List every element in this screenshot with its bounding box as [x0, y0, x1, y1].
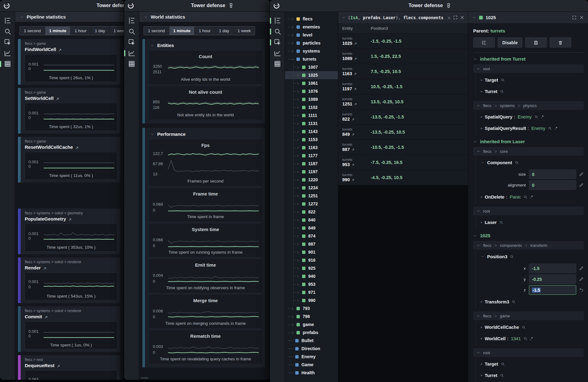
tree-item-1234[interactable]: 1234	[285, 184, 338, 192]
chevron-right-icon[interactable]	[296, 298, 300, 302]
chevron-right-icon[interactable]	[291, 17, 294, 21]
chevron-right-icon[interactable]	[296, 138, 300, 141]
external-link-icon[interactable]	[351, 178, 355, 181]
external-link-icon[interactable]	[354, 57, 357, 60]
entity-id-link[interactable]: 822	[342, 117, 371, 122]
chevron-right-icon[interactable]	[296, 226, 300, 230]
chevron-right-icon[interactable]	[296, 218, 300, 222]
component-group-path[interactable]: root	[473, 348, 584, 357]
sidebar-chart-icon[interactable]	[274, 49, 281, 57]
chevron-down-icon[interactable]	[473, 139, 477, 144]
tree-item-enemies[interactable]: enemies	[285, 23, 338, 31]
clear-query-icon[interactable]	[447, 16, 451, 19]
query-expression[interactable]: (IsA, prefabs.Laser), flecs.components	[348, 15, 445, 20]
sidebar-tree-icon[interactable]	[128, 17, 136, 24]
time-tab-1-hour[interactable]: 1 hour	[195, 27, 215, 35]
chevron-right-icon[interactable]	[296, 242, 300, 246]
tree-item-1025[interactable]: 1025	[285, 71, 338, 79]
chevron-right-icon[interactable]	[296, 146, 300, 149]
disable-button[interactable]: Disable	[498, 37, 522, 48]
search-icon[interactable]	[523, 337, 528, 341]
sidebar-search-icon[interactable]	[4, 28, 11, 35]
chevron-right-icon[interactable]	[291, 307, 294, 310]
external-link-icon[interactable]	[56, 97, 59, 100]
horizontal-scrollbar[interactable]	[141, 377, 149, 379]
chevron-right-icon[interactable]	[296, 282, 300, 286]
chevron-right-icon[interactable]	[296, 250, 300, 254]
delete-button[interactable]	[550, 37, 571, 48]
entity-id-link[interactable]: 1163	[342, 71, 371, 76]
tree-item-1131[interactable]: 1131	[285, 119, 338, 127]
chevron-right-icon[interactable]	[296, 266, 300, 270]
field-input-x[interactable]: -1.5	[529, 264, 576, 273]
entity-id-link[interactable]: 887	[342, 147, 371, 152]
field-input-alignment[interactable]: 0	[529, 180, 576, 190]
tree-item-1076[interactable]: 1076	[285, 87, 338, 95]
chevron-right-icon[interactable]	[296, 114, 300, 117]
edit-pencil-icon[interactable]	[579, 183, 584, 187]
tree-item-Game[interactable]: Game	[285, 361, 338, 369]
parent-link[interactable]: turrets	[491, 28, 505, 33]
tree-item-game[interactable]: game	[285, 320, 338, 328]
tree-item-1102[interactable]: 1102	[285, 103, 338, 111]
chevron-right-icon[interactable]	[296, 290, 300, 294]
component-value[interactable]: 1341	[511, 336, 521, 341]
chevron-down-icon[interactable]	[476, 149, 480, 153]
tree-item-1089[interactable]: 1089	[285, 95, 338, 103]
search-icon[interactable]	[548, 126, 552, 131]
chevron-down-icon[interactable]	[150, 132, 154, 136]
entity-id-link[interactable]: 953	[342, 162, 371, 167]
chevron-right-icon[interactable]	[296, 97, 300, 101]
entity-id-link[interactable]: 990	[342, 177, 371, 182]
close-icon[interactable]	[579, 15, 584, 20]
field-input-size[interactable]: 0	[529, 170, 576, 179]
undo-icon[interactable]	[579, 288, 584, 292]
time-tab-1-week[interactable]: 1 week	[234, 27, 255, 35]
sidebar-tree-icon[interactable]	[274, 17, 281, 24]
tree-item-Direction[interactable]: Direction	[285, 345, 338, 353]
query-result-row[interactable]: turrets 1197 10.5, -0.25, -1.5	[338, 79, 468, 94]
tree-item-1153[interactable]: 1153	[285, 135, 338, 144]
tree-item-940[interactable]: 940	[285, 272, 338, 280]
chevron-right-icon[interactable]	[296, 73, 300, 77]
search-icon[interactable]	[523, 195, 528, 199]
chevron-down-icon[interactable]	[144, 15, 148, 19]
tree-item-1187[interactable]: 1187	[285, 160, 338, 168]
entity-id-link[interactable]: 849	[342, 132, 371, 137]
tree-item-1061[interactable]: 1061	[285, 79, 338, 87]
entity-id-link[interactable]: 1089	[342, 56, 371, 61]
save-button[interactable]	[525, 37, 547, 48]
chevron-down-icon[interactable]	[20, 15, 24, 19]
search-icon[interactable]	[500, 89, 504, 94]
entity-id-link[interactable]: 1251	[342, 101, 371, 106]
query-result-row[interactable]: turrets 953 -7.5, -0.25, 16.5	[338, 155, 468, 170]
chevron-down-icon[interactable]	[150, 43, 154, 47]
sidebar-chart-icon[interactable]	[4, 49, 11, 57]
chevron-right-icon[interactable]	[296, 258, 300, 262]
query-result-row[interactable]: turrets 1025 -1.5, -0.25, -1.5	[338, 34, 468, 49]
query-result-row[interactable]: turrets 822 -13.5, -0.25, -1.5	[338, 109, 468, 125]
tree-item-822[interactable]: 822	[285, 208, 338, 216]
time-tab-1-second[interactable]: 1 second	[20, 27, 45, 35]
external-link-icon[interactable]	[351, 132, 355, 136]
chevron-right-icon[interactable]	[296, 186, 300, 190]
chevron-down-icon[interactable]	[476, 104, 480, 108]
tree-item-1163[interactable]: 1163	[285, 144, 338, 152]
close-icon[interactable]	[460, 15, 465, 20]
component-group-path[interactable]: flecs>systems>physics	[473, 101, 584, 110]
query-result-row[interactable]: turrets 990 -4.5, -0.25, 10.5	[338, 170, 468, 185]
sidebar-select-entity-icon[interactable]	[4, 38, 11, 46]
chevron-right-icon[interactable]	[291, 25, 294, 29]
chevron-right-icon[interactable]	[296, 162, 300, 165]
external-link-icon[interactable]	[351, 163, 355, 166]
chevron-right-icon[interactable]	[296, 178, 300, 182]
edit-pencil-icon[interactable]	[579, 172, 584, 177]
pair-wildcard-icon[interactable]: .*	[530, 336, 533, 341]
component-value[interactable]: Enemy	[531, 126, 545, 131]
pair-wildcard-icon[interactable]: .*	[530, 195, 533, 199]
search-icon[interactable]	[512, 300, 516, 304]
tree-item-874[interactable]: 874	[285, 232, 338, 240]
external-link-icon[interactable]	[75, 145, 79, 149]
query-result-row[interactable]: turrets 1251 13.5, -0.25, 10.5	[338, 94, 468, 109]
chevron-down-icon[interactable]	[476, 314, 480, 318]
